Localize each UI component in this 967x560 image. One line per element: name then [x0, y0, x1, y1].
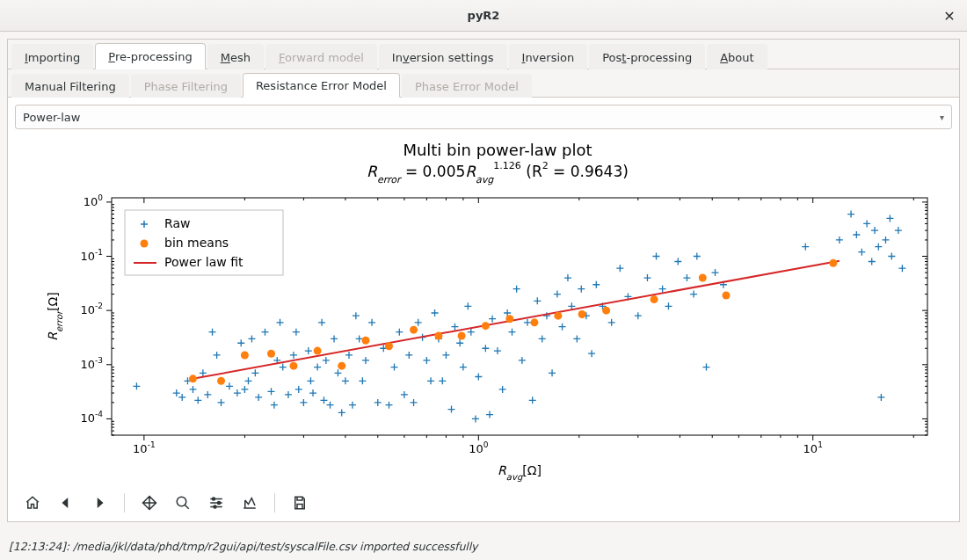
svg-point-160	[829, 259, 837, 267]
svg-point-170	[214, 505, 216, 508]
forward-icon[interactable]	[89, 493, 110, 513]
tab-label: re-processing	[115, 50, 193, 63]
svg-text:10-1: 10-1	[80, 248, 103, 263]
svg-point-143	[289, 362, 297, 370]
tab-label: Pos	[602, 51, 622, 64]
subtab-manual-filtering[interactable]: Manual Filtering	[11, 74, 129, 98]
model-select[interactable]: Power-law ▾	[15, 105, 952, 129]
main-tabs: Importing Pre-processing Mesh Forward mo…	[8, 40, 959, 69]
svg-point-144	[314, 347, 322, 355]
svg-point-146	[362, 337, 370, 345]
svg-point-150	[458, 332, 466, 340]
svg-point-159	[722, 291, 730, 299]
svg-point-169	[218, 502, 221, 505]
svg-point-149	[434, 332, 442, 340]
svg-text:10-1: 10-1	[133, 440, 156, 455]
svg-text:10-4: 10-4	[80, 410, 103, 425]
svg-point-155	[578, 310, 586, 318]
pan-icon[interactable]	[139, 493, 160, 513]
toolbar-separator	[124, 493, 125, 513]
content-area: Power-law ▾ Multi bin power-law plotRerr…	[8, 98, 959, 521]
svg-line-138	[193, 261, 839, 379]
tab-label: orward model	[285, 51, 364, 64]
subtab-label: Resistance Error Model	[256, 79, 387, 92]
svg-text:Raw: Raw	[164, 216, 190, 230]
tab-forward-model: Forward model	[265, 44, 377, 69]
window-title: pyR2	[468, 9, 500, 22]
svg-point-157	[651, 295, 658, 303]
svg-text:Multi bin power-law plot: Multi bin power-law plot	[403, 141, 592, 159]
tab-inversion-settings[interactable]: Inversion settings	[379, 44, 507, 69]
svg-text:Rerror = 0.005Ravg1.126 (R2 = : Rerror = 0.005Ravg1.126 (R2 = 0.9643)	[367, 160, 629, 185]
svg-point-167	[177, 497, 186, 506]
svg-point-147	[385, 342, 393, 350]
model-select-value: Power-law	[23, 111, 940, 124]
subtab-label: Manual Filtering	[25, 80, 116, 93]
svg-text:100: 100	[469, 440, 489, 455]
svg-point-142	[267, 350, 275, 358]
status-bar: [12:13:24]: /media/jkl/data/phd/tmp/r2gu…	[9, 540, 477, 553]
svg-point-145	[338, 362, 345, 370]
subtab-label: Phase Error Model	[415, 80, 519, 93]
svg-text:bin means: bin means	[164, 236, 229, 250]
window-titlebar: pyR2 ✕	[0, 0, 967, 32]
configure-subplots-icon[interactable]	[206, 493, 227, 513]
tab-label: In	[392, 51, 403, 64]
subtab-phase-filtering: Phase Filtering	[131, 74, 241, 98]
tab-pre-processing[interactable]: Pre-processing	[95, 43, 205, 69]
svg-text:Power law fit: Power law fit	[164, 255, 244, 269]
tab-inversion[interactable]: Inversion	[509, 44, 588, 69]
tab-label: esh	[230, 51, 251, 64]
svg-point-141	[241, 351, 249, 359]
plot-toolbar	[15, 488, 952, 514]
tab-post-processing[interactable]: Post-processing	[589, 44, 705, 69]
svg-point-153	[530, 318, 538, 326]
subtab-phase-error-model: Phase Error Model	[402, 74, 532, 98]
tab-importing[interactable]: Importing	[11, 44, 93, 69]
svg-point-140	[217, 377, 225, 385]
tab-mesh[interactable]: Mesh	[207, 44, 264, 69]
svg-point-148	[410, 326, 418, 334]
svg-point-151	[482, 322, 490, 330]
error-model-chart: Multi bin power-law plotRerror = 0.005Ra…	[15, 136, 945, 488]
main-notebook: Importing Pre-processing Mesh Forward mo…	[7, 39, 960, 522]
zoom-icon[interactable]	[172, 493, 193, 513]
tab-about[interactable]: About	[707, 44, 767, 69]
save-icon[interactable]	[289, 493, 310, 513]
svg-point-168	[213, 498, 215, 500]
tab-label: bout	[728, 51, 754, 64]
svg-point-152	[505, 315, 513, 323]
svg-text:10-3: 10-3	[80, 356, 103, 371]
svg-point-154	[554, 312, 562, 320]
svg-point-158	[699, 274, 707, 282]
tab-label: nversion	[525, 51, 574, 64]
svg-text:100: 100	[84, 193, 104, 208]
tab-label: mporting	[28, 51, 80, 64]
sub-tabs: Manual Filtering Phase Filtering Resista…	[8, 69, 959, 98]
svg-text:Ravg[Ω]: Ravg[Ω]	[498, 463, 542, 483]
plot-area: Multi bin power-law plotRerror = 0.005Ra…	[15, 136, 952, 488]
svg-text:Rerror[Ω]: Rerror[Ω]	[46, 292, 64, 341]
close-icon[interactable]: ✕	[941, 7, 958, 25]
svg-text:10-2: 10-2	[80, 302, 103, 316]
edit-axes-icon[interactable]	[239, 493, 260, 513]
chevron-down-icon: ▾	[940, 113, 944, 122]
subtab-label: Phase Filtering	[144, 80, 228, 93]
subtab-resistance-error-model[interactable]: Resistance Error Model	[243, 73, 400, 98]
toolbar-separator	[274, 493, 275, 513]
home-icon[interactable]	[22, 493, 43, 513]
svg-text:101: 101	[803, 440, 823, 455]
back-icon[interactable]	[55, 493, 76, 513]
svg-point-156	[602, 307, 610, 315]
svg-point-139	[189, 375, 197, 382]
svg-point-163	[141, 240, 149, 248]
